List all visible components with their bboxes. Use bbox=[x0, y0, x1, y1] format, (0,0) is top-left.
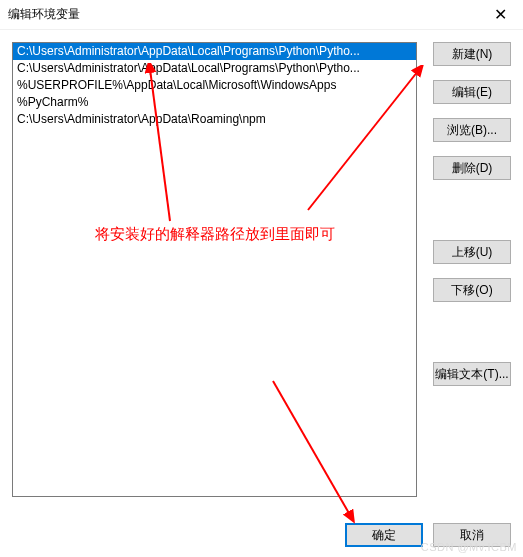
delete-button[interactable]: 删除(D) bbox=[433, 156, 511, 180]
list-item[interactable]: C:\Users\Administrator\AppData\Local\Pro… bbox=[13, 43, 416, 60]
edit-button[interactable]: 编辑(E) bbox=[433, 80, 511, 104]
new-button[interactable]: 新建(N) bbox=[433, 42, 511, 66]
ok-button[interactable]: 确定 bbox=[345, 523, 423, 547]
browse-button[interactable]: 浏览(B)... bbox=[433, 118, 511, 142]
movedown-button[interactable]: 下移(O) bbox=[433, 278, 511, 302]
close-icon: ✕ bbox=[494, 5, 507, 24]
action-buttons: 新建(N) 编辑(E) 浏览(B)... 删除(D) 上移(U) 下移(O) 编… bbox=[433, 42, 511, 386]
close-button[interactable]: ✕ bbox=[478, 0, 523, 30]
path-list[interactable]: C:\Users\Administrator\AppData\Local\Pro… bbox=[12, 42, 417, 497]
list-item[interactable]: C:\Users\Administrator\AppData\Roaming\n… bbox=[13, 111, 416, 128]
list-item[interactable]: %PyCharm% bbox=[13, 94, 416, 111]
moveup-button[interactable]: 上移(U) bbox=[433, 240, 511, 264]
edittext-button[interactable]: 编辑文本(T)... bbox=[433, 362, 511, 386]
footer-buttons: 确定 取消 bbox=[345, 523, 511, 547]
title-bar: 编辑环境变量 ✕ bbox=[0, 0, 523, 30]
dialog-content: C:\Users\Administrator\AppData\Local\Pro… bbox=[0, 30, 523, 557]
cancel-button[interactable]: 取消 bbox=[433, 523, 511, 547]
list-item[interactable]: %USERPROFILE%\AppData\Local\Microsoft\Wi… bbox=[13, 77, 416, 94]
window-title: 编辑环境变量 bbox=[8, 6, 80, 23]
list-item[interactable]: C:\Users\Administrator\AppData\Local\Pro… bbox=[13, 60, 416, 77]
